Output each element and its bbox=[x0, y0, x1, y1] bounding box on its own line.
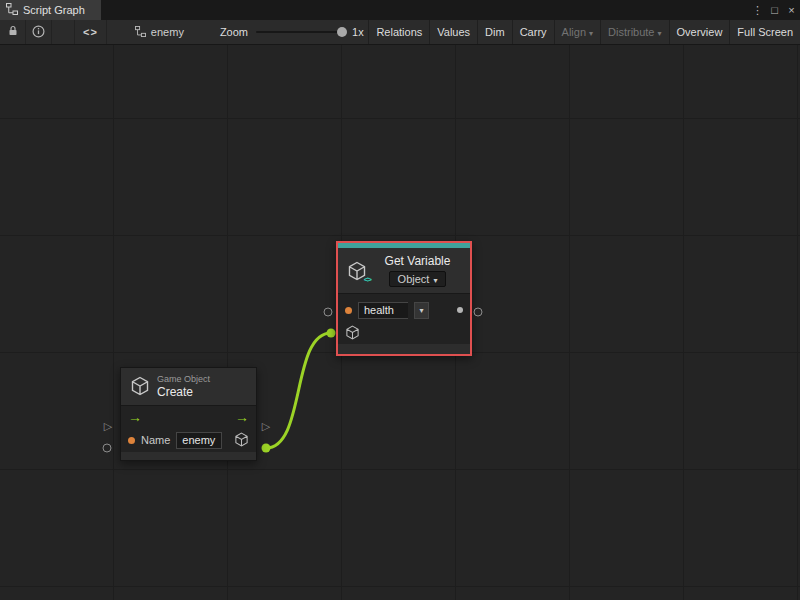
variable-name-field[interactable]: health bbox=[358, 302, 408, 319]
exec-flow-row: → → bbox=[121, 406, 256, 428]
triangle-port-icon: ▷ bbox=[104, 421, 112, 432]
relations-label: Relations bbox=[376, 26, 422, 38]
variable-name-dropdown[interactable]: ▾ bbox=[414, 302, 429, 319]
relations-button[interactable]: Relations bbox=[368, 20, 429, 44]
exec-input-arrow-icon[interactable]: → bbox=[128, 410, 142, 424]
graph-asset-icon bbox=[135, 26, 146, 39]
toolbar-button-group: Relations Values Dim Carry Align ▾ Distr… bbox=[368, 20, 800, 44]
code-view-button[interactable]: <> bbox=[74, 20, 107, 44]
chevron-down-icon: ▾ bbox=[658, 29, 662, 38]
align-label: Align bbox=[562, 26, 586, 38]
variable-name-row: health ▾ bbox=[338, 298, 470, 322]
full-screen-label: Full Screen bbox=[737, 26, 793, 38]
value-output-port[interactable] bbox=[457, 307, 463, 313]
distribute-button: Distribute ▾ bbox=[600, 20, 668, 44]
name-input-port[interactable] bbox=[128, 437, 135, 444]
create-name-input-port[interactable] bbox=[103, 444, 112, 453]
connection-wire[interactable] bbox=[266, 333, 331, 448]
node-create-gameobject[interactable]: Game Object Create → → Name enemy bbox=[120, 367, 257, 461]
tab-title: Script Graph bbox=[23, 4, 85, 16]
getvar-name-input-port[interactable] bbox=[324, 308, 333, 317]
variable-object-icon: <> bbox=[347, 261, 367, 281]
code-badge-icon: <> bbox=[364, 275, 371, 284]
zoom-control: Zoom 1x bbox=[220, 20, 364, 44]
node-title: Get Variable bbox=[385, 254, 451, 268]
zoom-slider[interactable] bbox=[256, 31, 344, 33]
graph-breadcrumb[interactable]: enemy bbox=[135, 20, 184, 44]
chevron-down-icon: ▾ bbox=[433, 276, 437, 285]
create-exec-input-port[interactable]: ▷ bbox=[104, 421, 112, 432]
scope-value: Object bbox=[398, 273, 430, 285]
param-label: Name bbox=[141, 434, 170, 446]
create-body: → → Name enemy bbox=[121, 405, 256, 452]
get-variable-body: health ▾ bbox=[338, 293, 470, 344]
object-input-row bbox=[338, 322, 470, 344]
gameobject-icon bbox=[130, 376, 150, 398]
dim-label: Dim bbox=[485, 26, 505, 38]
node-category: Game Object bbox=[157, 374, 210, 384]
carry-button[interactable]: Carry bbox=[512, 20, 554, 44]
tab-script-graph[interactable]: Script Graph bbox=[0, 0, 101, 20]
chevron-down-icon: ▾ bbox=[419, 306, 423, 315]
gameobject-output-port-icon[interactable] bbox=[234, 432, 249, 449]
graph-canvas[interactable]: <> Get Variable Object ▾ health ▾ bbox=[0, 45, 800, 600]
create-exec-output-port[interactable]: ▷ bbox=[262, 421, 270, 432]
overview-button[interactable]: Overview bbox=[669, 20, 730, 44]
window-titlebar: Script Graph ⋮ □ × bbox=[0, 0, 800, 20]
circle-port-icon bbox=[324, 308, 333, 317]
output-port-connected-dot[interactable] bbox=[262, 444, 271, 453]
name-value-field[interactable]: enemy bbox=[176, 432, 222, 449]
getvar-value-output-port[interactable] bbox=[474, 308, 483, 317]
distribute-label: Distribute bbox=[608, 26, 654, 38]
graph-toolbar: <> enemy Zoom 1x Relations Values Dim bbox=[0, 20, 800, 45]
triangle-port-icon: ▷ bbox=[262, 421, 270, 432]
node-get-variable[interactable]: <> Get Variable Object ▾ health ▾ bbox=[336, 241, 472, 356]
dim-button[interactable]: Dim bbox=[477, 20, 512, 44]
zoom-slider-knob[interactable] bbox=[337, 27, 347, 37]
full-screen-button[interactable]: Full Screen bbox=[729, 20, 800, 44]
close-icon[interactable]: × bbox=[783, 0, 800, 20]
chevron-down-icon: ▾ bbox=[589, 29, 593, 38]
info-button[interactable] bbox=[26, 20, 52, 44]
circle-port-icon bbox=[474, 308, 483, 317]
lock-button[interactable] bbox=[0, 20, 26, 44]
window-menu-icon[interactable]: ⋮ bbox=[749, 0, 766, 20]
info-icon bbox=[32, 25, 45, 40]
carry-label: Carry bbox=[520, 26, 547, 38]
zoom-label: Zoom bbox=[220, 26, 248, 38]
get-variable-header[interactable]: <> Get Variable Object ▾ bbox=[338, 248, 470, 293]
circle-port-icon bbox=[103, 444, 112, 453]
zoom-value: 1x bbox=[352, 26, 364, 38]
values-button[interactable]: Values bbox=[429, 20, 477, 44]
name-input-port[interactable] bbox=[345, 307, 352, 314]
overview-label: Overview bbox=[677, 26, 723, 38]
input-port-connected-dot[interactable] bbox=[327, 329, 336, 338]
create-header[interactable]: Game Object Create bbox=[121, 368, 256, 405]
maximize-icon[interactable]: □ bbox=[766, 0, 783, 20]
variable-scope-dropdown[interactable]: Object ▾ bbox=[389, 271, 447, 287]
lock-icon bbox=[7, 25, 19, 39]
exec-output-arrow-icon[interactable]: → bbox=[235, 410, 249, 424]
script-graph-icon bbox=[6, 3, 18, 17]
code-icon: <> bbox=[83, 26, 98, 38]
values-label: Values bbox=[437, 26, 470, 38]
graph-name-label: enemy bbox=[151, 26, 184, 38]
align-button: Align ▾ bbox=[554, 20, 600, 44]
node-title: Create bbox=[157, 385, 210, 399]
name-param-row: Name enemy bbox=[121, 428, 256, 452]
gameobject-port-icon[interactable] bbox=[345, 325, 360, 342]
